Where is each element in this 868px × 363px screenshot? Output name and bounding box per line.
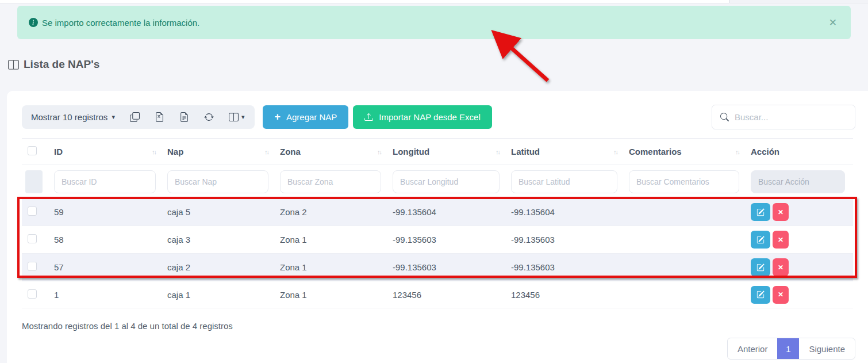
upload-icon <box>364 113 373 121</box>
refresh-icon <box>204 112 214 122</box>
add-nap-label: Agregar NAP <box>286 112 337 122</box>
cell-actions: ✕ <box>747 203 853 221</box>
naps-table: ID ↑↓ Nap ↑↓ Zona ↑↓ Longitud ↑↓ Latitud… <box>22 138 853 308</box>
success-alert: Se importo correctamente la información.… <box>17 6 851 39</box>
export-excel-button[interactable] <box>155 112 164 122</box>
delete-button[interactable]: ✕ <box>773 231 789 249</box>
search-icon <box>720 113 729 121</box>
edit-pencil-icon <box>756 263 765 272</box>
cell-id: 1 <box>51 290 164 300</box>
filter-id-input[interactable] <box>54 170 156 193</box>
info-icon <box>29 18 38 27</box>
cell-latitud: 123456 <box>508 290 625 300</box>
cell-nap: caja 5 <box>164 207 276 217</box>
edit-button[interactable] <box>751 258 770 276</box>
cell-actions: ✕ <box>747 286 853 304</box>
cell-zona: Zona 2 <box>276 207 389 217</box>
import-nap-label: Importar NAP desde Excel <box>379 112 480 122</box>
import-nap-button[interactable]: Importar NAP desde Excel <box>353 105 491 129</box>
pagination: Anterior 1 Siguiente <box>727 338 855 360</box>
column-header-nap[interactable]: Nap ↑↓ <box>164 147 276 156</box>
cell-zona: Zona 1 <box>276 235 389 244</box>
cell-latitud: -99.135603 <box>508 262 625 272</box>
top-navbar-edge-right <box>729 0 868 3</box>
pagination-prev-button[interactable]: Anterior <box>728 338 778 359</box>
delete-button[interactable]: ✕ <box>773 203 789 221</box>
length-menu-label: Mostrar 10 registros <box>31 112 107 122</box>
table-columns-icon <box>8 59 19 70</box>
export-file-button[interactable] <box>179 112 189 122</box>
copy-icon <box>130 112 140 122</box>
alert-close-icon[interactable]: ✕ <box>827 16 839 30</box>
table-card: Mostrar 10 registros ▾ ▾ + Agregar NAP <box>7 91 868 363</box>
sort-icon: ↑↓ <box>377 148 381 155</box>
edit-button[interactable] <box>751 203 770 221</box>
edit-button[interactable] <box>751 231 770 249</box>
edit-pencil-icon <box>756 291 765 299</box>
table-row: 58 caja 3 Zona 1 -99.135603 -99.135603 ✕ <box>22 226 853 253</box>
chevron-down-icon: ▾ <box>241 113 245 121</box>
filter-comentarios-input[interactable] <box>629 170 739 193</box>
datatable-buttons-group: Mostrar 10 registros ▾ ▾ <box>22 105 255 129</box>
row-checkbox[interactable] <box>28 262 37 271</box>
column-header-zona[interactable]: Zona ↑↓ <box>276 147 389 156</box>
page-title-text: Lista de NAP's <box>24 58 99 71</box>
filter-zona-input[interactable] <box>280 170 381 193</box>
sort-icon: ↑↓ <box>264 148 268 155</box>
filter-latitud-input[interactable] <box>511 170 617 193</box>
edit-button[interactable] <box>751 286 770 304</box>
row-checkbox[interactable] <box>28 289 37 299</box>
cell-latitud: -99.135603 <box>508 235 625 244</box>
table-info-text: Mostrando registros del 1 al 4 de un tot… <box>22 321 233 331</box>
cell-longitud: -99.135603 <box>389 262 508 272</box>
cell-zona: Zona 1 <box>276 290 389 300</box>
cell-nap: caja 1 <box>164 290 276 300</box>
cell-zona: Zona 1 <box>276 262 389 272</box>
column-header-latitud[interactable]: Latitud ↑↓ <box>508 147 625 156</box>
row-checkbox[interactable] <box>28 234 37 243</box>
cell-latitud: -99.135604 <box>508 207 625 217</box>
sort-icon: ↑↓ <box>152 148 156 155</box>
edit-pencil-icon <box>756 208 765 216</box>
edit-pencil-icon <box>756 236 765 244</box>
table-filter-row <box>22 165 853 198</box>
filter-nap-input[interactable] <box>167 170 268 193</box>
columns-visibility-icon <box>229 112 239 122</box>
column-header-id[interactable]: ID ↑↓ <box>51 147 164 156</box>
delete-button[interactable]: ✕ <box>773 258 789 276</box>
copy-button[interactable] <box>130 112 140 122</box>
filter-accion-input <box>751 170 845 193</box>
row-checkbox[interactable] <box>28 207 37 216</box>
select-all-checkbox[interactable] <box>28 146 37 155</box>
table-row: 1 caja 1 Zona 1 123456 123456 ✕ <box>22 281 853 308</box>
top-navbar-edge <box>0 0 729 3</box>
cell-longitud: -99.135603 <box>389 235 508 244</box>
pagination-next-button[interactable]: Siguiente <box>799 338 855 359</box>
chevron-down-icon: ▾ <box>112 113 115 121</box>
column-visibility-button[interactable]: ▾ <box>229 112 245 122</box>
table-row: 57 caja 2 Zona 1 -99.135603 -99.135603 ✕ <box>22 253 853 281</box>
table-row: 59 caja 5 Zona 2 -99.135604 -99.135604 ✕ <box>22 198 853 226</box>
cell-actions: ✕ <box>747 258 853 276</box>
alert-message: Se importo correctamente la información. <box>29 18 199 28</box>
refresh-button[interactable] <box>204 112 214 122</box>
cell-longitud: 123456 <box>389 290 508 300</box>
add-nap-button[interactable]: + Agregar NAP <box>263 105 348 129</box>
sort-icon: ↑↓ <box>496 148 500 155</box>
column-header-accion: Acción <box>747 147 853 156</box>
search-input[interactable] <box>735 112 847 122</box>
alert-text: Se importo correctamente la información. <box>42 18 199 28</box>
delete-button[interactable]: ✕ <box>773 286 789 304</box>
column-header-longitud[interactable]: Longitud ↑↓ <box>389 147 508 156</box>
cell-longitud: -99.135604 <box>389 207 508 217</box>
cell-nap: caja 2 <box>164 262 276 272</box>
file-text-icon <box>179 112 189 122</box>
excel-file-icon <box>155 112 164 122</box>
pagination-page-1[interactable]: 1 <box>777 338 799 359</box>
filter-longitud-input[interactable] <box>393 170 500 193</box>
length-menu-dropdown[interactable]: Mostrar 10 registros ▾ <box>31 112 115 122</box>
cell-id: 59 <box>51 207 164 217</box>
sort-icon: ↑↓ <box>613 148 617 155</box>
column-header-comentarios[interactable]: Comentarios ↑↓ <box>625 147 747 156</box>
filter-checkbox-placeholder <box>25 170 43 193</box>
